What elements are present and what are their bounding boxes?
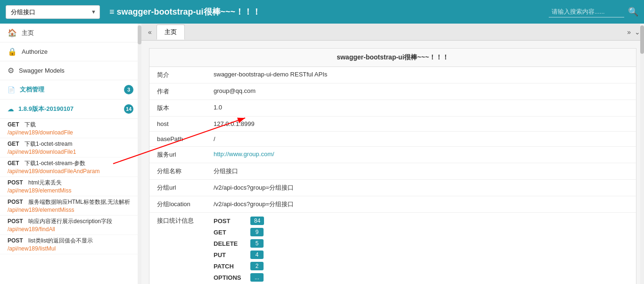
stats-method-patch: PATCH	[214, 263, 247, 270]
main-layout: 🏠 主页 🔒 Authorize ⚙ Swagger Models 📄 文档管理…	[0, 24, 644, 284]
search-button[interactable]: 🔍	[628, 7, 638, 17]
api-entry-5[interactable]: POST 响应内容逐行展示description字段 /api/new189/f…	[0, 216, 141, 235]
table-key: 接口统计信息	[149, 213, 206, 284]
api-method-2: GET	[8, 160, 19, 167]
api-desc-6: list类list的返回值会不显示	[28, 237, 93, 244]
api-path-2: /api/new189/downloadFileAndParam	[8, 168, 133, 175]
table-key: 分组名称	[149, 163, 206, 180]
tab-right-arrow[interactable]: »	[627, 28, 631, 36]
top-header: 分组接口 全部接口 ▼ ≡ swagger-bootstrap-ui很棒~~~！…	[0, 0, 644, 24]
table-stats: POST 84 GET 9 DELETE 5	[206, 213, 636, 284]
table-value: 1.0	[206, 100, 636, 117]
table-key: 服务url	[149, 147, 206, 163]
sidebar: 🏠 主页 🔒 Authorize ⚙ Swagger Models 📄 文档管理…	[0, 24, 141, 284]
api-entry-4[interactable]: POST 服务端数据响应HTML标签数据,无法解析 /api/new189/el…	[0, 196, 141, 216]
api-entry-3[interactable]: POST html元素丢失 /api/new189/elementMiss	[0, 177, 141, 196]
tab-bar: « 主页 » ⌄	[141, 24, 644, 41]
right-scrollbar[interactable]	[640, 24, 644, 284]
stats-badge-put: 4	[250, 251, 264, 259]
api-entry-0[interactable]: GET 下载 /api/new189/downloadFile	[0, 119, 141, 138]
api-method-3: POST	[8, 179, 23, 186]
table-value: /	[206, 132, 636, 147]
version-badge: 14	[124, 104, 133, 114]
content-area: « 主页 » ⌄ swagger-bootstrap-ui很棒~~~！！！ 简介	[141, 24, 644, 284]
table-key: 作者	[149, 84, 206, 100]
tab-home[interactable]: 主页	[157, 25, 185, 40]
search-input[interactable]	[549, 6, 624, 17]
group-select[interactable]: 分组接口 全部接口	[6, 5, 100, 19]
stats-method-put: PUT	[214, 251, 247, 259]
api-path-3: /api/new189/elementMiss	[8, 187, 133, 194]
stats-row-get: GET 9	[214, 228, 628, 236]
stats-row-options: OPTIONS ...	[214, 273, 628, 282]
api-entry-6[interactable]: POST list类list的返回值会不显示 /api/new189/listM…	[0, 235, 141, 254]
table-row: 简介 swagger-bootstrap-ui-demo RESTful API…	[149, 67, 636, 84]
tab-collapse-icon[interactable]: ⌄	[635, 28, 640, 36]
api-path-0: /api/new189/downloadFile	[8, 129, 133, 136]
sidebar-doc-label: 文档管理	[20, 85, 44, 94]
sidebar-swagger-models-label: Swagger Models	[19, 67, 65, 74]
api-method-4: POST	[8, 199, 23, 205]
table-row: 分组名称 分组接口	[149, 163, 636, 180]
doc-icon: 📄	[8, 86, 15, 93]
table-key: basePath	[149, 132, 206, 147]
scrollbar-thumb[interactable]	[640, 25, 644, 54]
group-select-wrapper[interactable]: 分组接口 全部接口 ▼	[6, 5, 100, 19]
model-icon: ⚙	[8, 66, 14, 75]
api-method-1: GET	[8, 141, 19, 147]
table-value: swagger-bootstrap-ui-demo RESTful APIs	[206, 67, 636, 84]
sidebar-version-label: 1.8.9版本-20190107	[18, 105, 74, 113]
tab-controls: » ⌄	[627, 28, 640, 36]
info-table: 简介 swagger-bootstrap-ui-demo RESTful API…	[149, 67, 636, 284]
info-area: swagger-bootstrap-ui很棒~~~！！！ 简介 swagger-…	[141, 41, 644, 284]
sidebar-item-doc-management[interactable]: 📄 文档管理 3	[0, 80, 141, 100]
api-method-6: POST	[8, 237, 23, 244]
doc-management-badge: 3	[124, 85, 133, 94]
table-row: 分组url /v2/api-docs?group=分组接口	[149, 180, 636, 196]
api-entry-2[interactable]: GET 下载1-octet-stream-参数 /api/new189/down…	[0, 158, 141, 177]
sidebar-home-label: 主页	[22, 29, 34, 37]
table-row: 服务url http://www.group.com/	[149, 147, 636, 163]
search-wrapper: 🔍	[549, 6, 638, 17]
tab-left-arrow[interactable]: «	[145, 28, 155, 36]
stats-badge-post: 84	[250, 217, 264, 225]
table-row: 接口统计信息 POST 84 GET 9	[149, 213, 636, 284]
api-desc-0: 下载	[25, 121, 36, 128]
home-icon: 🏠	[8, 28, 17, 37]
stats-method-get: GET	[214, 229, 247, 236]
sidebar-item-swagger-models[interactable]: ⚙ Swagger Models	[0, 61, 141, 80]
service-url-link[interactable]: http://www.group.com/	[214, 150, 274, 158]
table-row: 版本 1.0	[149, 100, 636, 117]
info-card-header: swagger-bootstrap-ui很棒~~~！！！	[149, 49, 636, 67]
sidebar-authorize-label: Authorize	[22, 48, 48, 55]
table-row: 作者 group@qq.com	[149, 84, 636, 100]
stats-badge-get: 9	[250, 228, 264, 236]
table-value: /v2/api-docs?group=分组接口	[206, 196, 636, 213]
stats-badge-patch: 2	[250, 262, 264, 270]
stats-method-delete: DELETE	[214, 240, 247, 247]
api-path-5: /api/new189/findAll	[8, 226, 133, 233]
api-desc-5: 响应内容逐行展示description字段	[28, 218, 112, 225]
table-value: 分组接口	[206, 163, 636, 180]
api-entry-1[interactable]: GET 下载1-octet-stream /api/new189/downloa…	[0, 138, 141, 158]
stats-row-post: POST 84	[214, 217, 628, 225]
api-desc-2: 下载1-octet-stream-参数	[25, 160, 85, 167]
sidebar-item-authorize[interactable]: 🔒 Authorize	[0, 42, 141, 61]
stats-method-options: OPTIONS	[214, 274, 247, 281]
api-method-5: POST	[8, 218, 23, 225]
table-value: http://www.group.com/	[206, 147, 636, 163]
lock-icon: 🔒	[8, 47, 17, 56]
sidebar-item-home[interactable]: 🏠 主页	[0, 24, 141, 42]
table-row: basePath /	[149, 132, 636, 147]
sidebar-scrollbar[interactable]	[138, 24, 141, 284]
table-row: host 127.0.0.1:8999	[149, 117, 636, 132]
sidebar-item-version[interactable]: ☁ 1.8.9版本-20190107 14	[0, 100, 141, 119]
api-desc-3: html元素丢失	[28, 179, 62, 186]
api-method-0: GET	[8, 121, 19, 128]
api-path-6: /api/new189/listMul	[8, 245, 133, 252]
api-desc-1: 下载1-octet-stream	[25, 141, 72, 147]
sidebar-scroll-thumb[interactable]	[138, 25, 141, 44]
table-key: 分组location	[149, 196, 206, 213]
stats-method-post: POST	[214, 217, 247, 225]
cloud-icon: ☁	[8, 106, 14, 113]
